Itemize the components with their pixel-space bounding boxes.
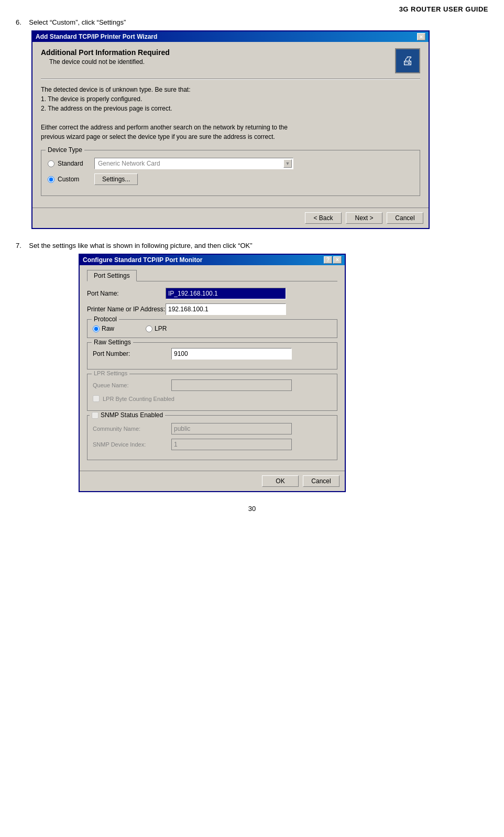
raw-settings-legend: Raw Settings — [92, 339, 133, 346]
lpr-radio[interactable] — [146, 325, 152, 332]
standard-radio[interactable] — [48, 160, 54, 167]
cancel-button[interactable]: Cancel — [387, 212, 423, 224]
lpr-byte-counting-checkbox[interactable] — [93, 395, 100, 402]
protocol-legend: Protocol — [92, 316, 119, 323]
dialog1-close-button[interactable]: × — [417, 33, 425, 40]
snmp-device-index-row: SNMP Device Index: — [93, 439, 332, 450]
standard-label: Standard — [58, 160, 94, 167]
dialog2-help-button[interactable]: ? — [324, 256, 332, 264]
dialog2-titlebar-buttons: ? × — [324, 256, 342, 264]
protocol-group: Protocol Raw LPR — [87, 319, 337, 338]
standard-dropdown-value: Generic Network Card — [98, 160, 160, 167]
port-number-input[interactable] — [171, 348, 292, 360]
dialog2-footer: OK Cancel — [80, 471, 345, 491]
printer-ip-row: Printer Name or IP Address: — [87, 303, 337, 315]
dialog1-body: The detected device is of unknown type. … — [41, 85, 420, 142]
community-name-row: Community Name: — [93, 419, 332, 434]
dialog1: Add Standard TCP/IP Printer Port Wizard … — [31, 30, 430, 229]
lpr-byte-counting-label: LPR Byte Counting Enabled — [103, 396, 174, 402]
separator1 — [41, 79, 420, 80]
next-button[interactable]: Next > — [346, 212, 382, 224]
dialog2: Configure Standard TCP/IP Port Monitor ?… — [79, 254, 346, 492]
device-type-group: Device Type Standard Generic Network Car… — [41, 150, 420, 196]
page-number: 30 — [16, 505, 488, 513]
port-name-label: Port Name: — [87, 290, 166, 297]
port-name-input[interactable] — [166, 288, 286, 299]
queue-name-input[interactable] — [171, 379, 292, 391]
snmp-legend: SNMP Status Enabled — [101, 411, 163, 419]
port-number-label: Port Number: — [93, 350, 171, 357]
standard-radio-row: Standard Generic Network Card ▼ — [48, 158, 413, 169]
custom-radio[interactable] — [48, 176, 54, 183]
queue-name-row: Queue Name: — [93, 377, 332, 391]
dialog1-subheading: The device could not be identified. — [49, 58, 170, 66]
printer-icon: 🖨 — [395, 48, 420, 73]
step6-label: 6. Select “Custom”, click “Settings” — [16, 18, 488, 26]
settings-button[interactable]: Settings... — [94, 173, 138, 185]
ok-button[interactable]: OK — [262, 475, 299, 487]
standard-dropdown[interactable]: Generic Network Card ▼ — [94, 158, 293, 169]
header-title: 3G ROUTER USER GUIDE — [399, 5, 488, 13]
snmp-device-index-label: SNMP Device Index: — [93, 441, 171, 448]
queue-name-label: Queue Name: — [93, 382, 171, 388]
step7-label: 7. Set the settings like what is shown i… — [16, 242, 488, 249]
back-button[interactable]: < Back — [305, 212, 342, 224]
printer-ip-input[interactable] — [166, 303, 286, 315]
dialog1-heading: Additional Port Information Required — [41, 48, 170, 57]
community-name-label: Community Name: — [93, 426, 171, 432]
custom-label: Custom — [58, 176, 94, 183]
dialog1-titlebar: Add Standard TCP/IP Printer Port Wizard … — [32, 31, 429, 42]
dialog1-title: Add Standard TCP/IP Printer Port Wizard — [36, 33, 157, 40]
lpr-settings-legend: LPR Settings — [92, 370, 129, 376]
snmp-group: SNMP Status Enabled Community Name: SNMP… — [87, 415, 337, 460]
raw-settings-group: Raw Settings Port Number: — [87, 342, 337, 369]
dialog1-footer: < Back Next > Cancel — [32, 208, 429, 228]
raw-radio[interactable] — [93, 325, 100, 332]
lpr-byte-counting-row: LPR Byte Counting Enabled — [93, 395, 332, 402]
dialog2-cancel-button[interactable]: Cancel — [303, 475, 339, 487]
device-type-legend: Device Type — [46, 146, 84, 154]
snmp-device-index-input[interactable] — [171, 439, 292, 450]
page-header: 3G ROUTER USER GUIDE — [16, 5, 488, 13]
dialog2-close-button[interactable]: × — [333, 256, 342, 264]
lpr-settings-group: LPR Settings Queue Name: LPR Byte Counti… — [87, 374, 337, 411]
tabs-row: Port Settings — [87, 269, 337, 281]
port-number-row: Port Number: — [93, 346, 332, 360]
community-name-input[interactable] — [171, 423, 292, 434]
tab-port-settings[interactable]: Port Settings — [87, 270, 137, 281]
port-name-row: Port Name: — [87, 288, 337, 299]
dialog2-content: Port Settings Port Name: Printer Name or… — [80, 265, 345, 471]
dialog2-title: Configure Standard TCP/IP Port Monitor — [83, 256, 202, 264]
printer-ip-label: Printer Name or IP Address: — [87, 306, 166, 313]
lpr-radio-label: LPR — [146, 325, 167, 332]
dialog2-titlebar: Configure Standard TCP/IP Port Monitor ?… — [80, 255, 345, 265]
snmp-enabled-checkbox[interactable] — [92, 412, 98, 419]
dropdown-arrow-icon: ▼ — [283, 159, 292, 168]
custom-radio-row: Custom Settings... — [48, 173, 413, 185]
raw-radio-label: Raw — [93, 325, 114, 332]
